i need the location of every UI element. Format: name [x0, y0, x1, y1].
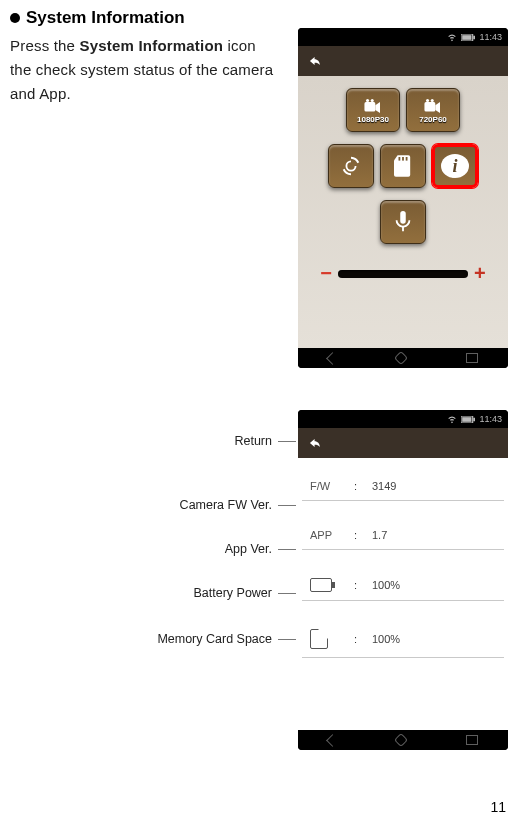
- minus-icon: −: [320, 262, 332, 285]
- battery-icon: [461, 34, 475, 41]
- slider-track[interactable]: [338, 270, 468, 278]
- callout-battery: Battery Power: [193, 586, 296, 600]
- battery-level-icon: [310, 578, 332, 592]
- status-time: 11:43: [479, 414, 502, 424]
- svg-rect-1: [463, 35, 472, 40]
- nav-recents-icon[interactable]: [466, 353, 478, 363]
- screen-area: 1080P30 720P60 i: [298, 46, 508, 348]
- status-bar: 11:43: [298, 28, 508, 46]
- tile-label-1080p30: 1080P30: [357, 115, 389, 124]
- svg-rect-6: [424, 102, 435, 111]
- status-bar: 11:43: [298, 410, 508, 428]
- svg-rect-2: [474, 35, 476, 39]
- svg-point-5: [371, 99, 374, 102]
- clock-sync-icon: [340, 157, 362, 175]
- tile-720p60[interactable]: 720P60: [406, 88, 460, 132]
- row-battery: : 100%: [302, 578, 504, 601]
- battery-icon-cell: [310, 578, 344, 592]
- options-row: i: [298, 144, 508, 188]
- figures-column: 11:43 1080P30 720P60: [298, 28, 508, 792]
- tile-time-sync[interactable]: [328, 144, 374, 188]
- nav-back-icon[interactable]: [326, 734, 339, 747]
- camera-icon: [362, 97, 384, 115]
- tile-system-info[interactable]: i: [432, 144, 478, 188]
- svg-point-4: [366, 99, 369, 102]
- tile-1080p30[interactable]: 1080P30: [346, 88, 400, 132]
- return-icon: [307, 436, 321, 450]
- plus-icon: +: [474, 262, 486, 285]
- callout-storage: Memory Card Space: [157, 632, 296, 646]
- callout-app: App Ver.: [225, 542, 296, 556]
- intro-bold: System Information: [80, 37, 224, 54]
- section-heading: System Information: [10, 8, 508, 28]
- app-topbar: [298, 46, 508, 76]
- info-icon: i: [441, 154, 469, 178]
- nav-recents-icon[interactable]: [466, 735, 478, 745]
- bullet-icon: [10, 13, 20, 23]
- heading-text: System Information: [26, 8, 185, 28]
- callout-storage-text: Memory Card Space: [157, 632, 272, 646]
- return-icon: [307, 54, 321, 68]
- app-key: APP: [310, 529, 344, 541]
- nav-back-icon[interactable]: [326, 352, 339, 365]
- tile-microphone[interactable]: [380, 200, 426, 244]
- intro-pre: Press the: [10, 37, 80, 54]
- android-navbar: [298, 730, 508, 750]
- callout-return: Return: [234, 434, 296, 448]
- zoom-slider[interactable]: − +: [298, 262, 508, 285]
- screenshot-settings: 11:43 1080P30 720P60: [298, 28, 508, 368]
- colon: :: [354, 480, 362, 492]
- tile-sd-card[interactable]: [380, 144, 426, 188]
- svg-rect-12: [400, 211, 406, 224]
- svg-rect-10: [402, 157, 404, 161]
- leader-line: [278, 549, 296, 550]
- callout-return-text: Return: [234, 434, 272, 448]
- camera-icon: [422, 97, 444, 115]
- info-list: F/W : 3149 APP : 1.7 : 100%: [298, 458, 508, 680]
- wifi-icon: [447, 414, 457, 424]
- settings-content: 1080P30 720P60 i: [298, 76, 508, 348]
- app-topbar: [298, 428, 508, 458]
- leader-line: [278, 505, 296, 506]
- intro-paragraph: Press the System Information icon the ch…: [10, 34, 280, 106]
- colon: :: [354, 579, 362, 591]
- nav-home-icon[interactable]: [394, 351, 408, 365]
- callout-battery-text: Battery Power: [193, 586, 272, 600]
- svg-rect-11: [406, 157, 408, 161]
- callout-app-text: App Ver.: [225, 542, 272, 556]
- row-storage: : 100%: [302, 629, 504, 658]
- nav-home-icon[interactable]: [394, 733, 408, 747]
- mic-row: [298, 200, 508, 244]
- fw-value: 3149: [372, 480, 496, 492]
- leader-line: [278, 593, 296, 594]
- app-value: 1.7: [372, 529, 496, 541]
- svg-rect-3: [364, 102, 375, 111]
- tile-label-720p60: 720P60: [419, 115, 447, 124]
- svg-rect-14: [463, 417, 472, 422]
- sd-icon-cell: [310, 629, 344, 649]
- svg-point-7: [426, 99, 429, 102]
- row-app: APP : 1.7: [302, 529, 504, 550]
- storage-value: 100%: [372, 633, 496, 645]
- sd-card-level-icon: [310, 629, 328, 649]
- status-time: 11:43: [479, 32, 502, 42]
- leader-line: [278, 639, 296, 640]
- android-navbar: [298, 348, 508, 368]
- return-button[interactable]: [304, 433, 324, 453]
- colon: :: [354, 633, 362, 645]
- battery-value: 100%: [372, 579, 496, 591]
- svg-point-8: [431, 99, 434, 102]
- return-button[interactable]: [304, 51, 324, 71]
- sd-card-icon: [392, 157, 414, 175]
- colon: :: [354, 529, 362, 541]
- callout-fw-text: Camera FW Ver.: [180, 498, 272, 512]
- svg-rect-15: [474, 417, 476, 421]
- screenshot-sysinfo: 11:43 F/W : 3149 APP : 1.7: [298, 410, 508, 750]
- row-firmware: F/W : 3149: [302, 480, 504, 501]
- resolution-row: 1080P30 720P60: [298, 88, 508, 132]
- microphone-icon: [392, 213, 414, 231]
- screen-area: F/W : 3149 APP : 1.7 : 100%: [298, 428, 508, 730]
- battery-icon: [461, 416, 475, 423]
- page-number: 11: [490, 799, 506, 815]
- svg-rect-9: [399, 157, 401, 161]
